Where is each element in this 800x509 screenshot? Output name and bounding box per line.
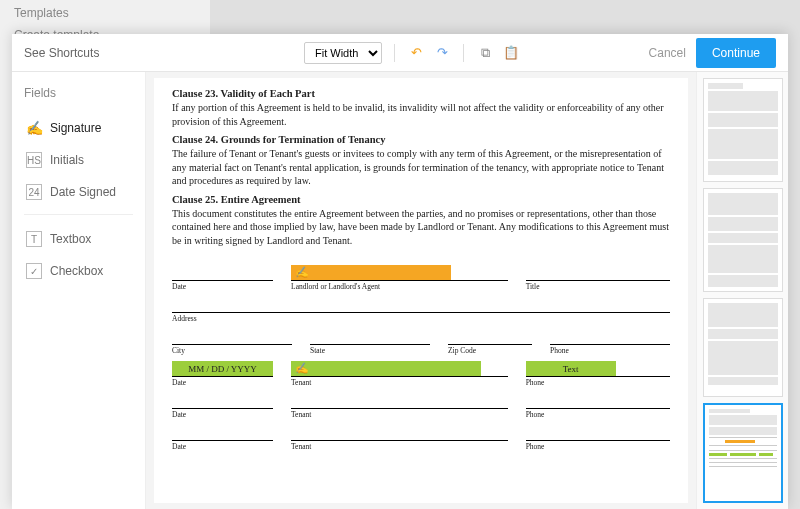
field-textbox[interactable]: T Textbox — [24, 225, 133, 253]
cancel-button[interactable]: Cancel — [649, 46, 686, 60]
field-label: Signature — [50, 121, 101, 135]
field-label: Initials — [50, 153, 84, 167]
label-landlord: Landlord or Landlord's Agent — [291, 281, 508, 291]
thumbnail-page-2[interactable] — [703, 188, 783, 292]
label-phone: Phone — [526, 409, 670, 419]
label-tenant: Tenant — [291, 441, 508, 451]
document-page: Clause 23. Validity of Each Part If any … — [154, 78, 688, 503]
paste-button[interactable]: 📋 — [502, 44, 520, 62]
signature-form: Date ✍ Landlord or Landlord's Agent Titl… — [172, 265, 670, 451]
field-initials[interactable]: HS Initials — [24, 146, 133, 174]
calendar-icon: 24 — [26, 184, 42, 200]
nav-templates[interactable]: Templates — [14, 6, 196, 20]
label-phone: Phone — [550, 345, 670, 355]
undo-button[interactable]: ↶ — [407, 44, 425, 62]
template-editor-modal: See Shortcuts Fit Width ↶ ↷ ⧉ 📋 Cancel C… — [12, 34, 788, 509]
label-date: Date — [172, 409, 273, 419]
label-tenant: Tenant — [291, 377, 508, 387]
clause-body: This document constitutes the entire Agr… — [172, 207, 670, 248]
label-date: Date — [172, 441, 273, 451]
thumbnail-page-1[interactable] — [703, 78, 783, 182]
fields-panel: Fields ✍ Signature HS Initials 24 Date S… — [12, 72, 146, 509]
label-tenant: Tenant — [291, 409, 508, 419]
copy-button[interactable]: ⧉ — [476, 44, 494, 62]
clause-body: The failure of Tenant or Tenant's guests… — [172, 147, 670, 188]
field-checkbox[interactable]: ✓ Checkbox — [24, 257, 133, 285]
clause-title: Clause 23. Validity of Each Part — [172, 88, 670, 99]
toolbar-center: Fit Width ↶ ↷ ⧉ 📋 — [304, 42, 520, 64]
separator — [24, 214, 133, 215]
fields-title: Fields — [24, 86, 133, 100]
label-phone: Phone — [526, 377, 670, 387]
initials-icon: HS — [26, 152, 42, 168]
field-date-signed[interactable]: 24 Date Signed — [24, 178, 133, 206]
field-label: Date Signed — [50, 185, 116, 199]
page-thumbnails — [696, 72, 788, 509]
zoom-select[interactable]: Fit Width — [304, 42, 382, 64]
label-address: Address — [172, 313, 670, 323]
label-zip: Zip Code — [448, 345, 532, 355]
checkbox-icon: ✓ — [26, 263, 42, 279]
document-canvas[interactable]: Clause 23. Validity of Each Part If any … — [146, 72, 696, 509]
textbox-icon: T — [26, 231, 42, 247]
label-date: Date — [172, 377, 273, 387]
modal-header: See Shortcuts Fit Width ↶ ↷ ⧉ 📋 Cancel C… — [12, 34, 788, 72]
label-date: Date — [172, 281, 273, 291]
continue-button[interactable]: Continue — [696, 38, 776, 68]
signature-icon: ✍ — [26, 120, 42, 136]
thumbnail-page-3[interactable] — [703, 298, 783, 397]
field-label: Textbox — [50, 232, 91, 246]
label-phone: Phone — [526, 441, 670, 451]
redo-button[interactable]: ↷ — [433, 44, 451, 62]
label-state: State — [310, 345, 430, 355]
thumbnail-page-4[interactable] — [703, 403, 783, 503]
divider — [463, 44, 464, 62]
see-shortcuts-link[interactable]: See Shortcuts — [24, 46, 99, 60]
clause-title: Clause 24. Grounds for Termination of Te… — [172, 134, 670, 145]
divider — [394, 44, 395, 62]
field-label: Checkbox — [50, 264, 103, 278]
label-city: City — [172, 345, 292, 355]
clause-body: If any portion of this Agreement is held… — [172, 101, 670, 128]
label-title: Title — [526, 281, 670, 291]
field-signature[interactable]: ✍ Signature — [24, 114, 133, 142]
clause-title: Clause 25. Entire Agreement — [172, 194, 670, 205]
